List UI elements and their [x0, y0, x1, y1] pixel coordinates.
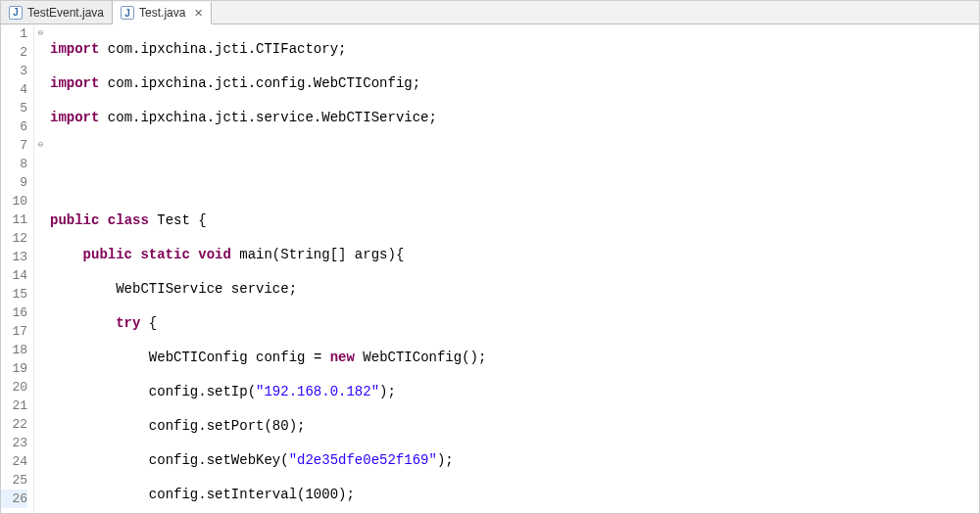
line-number-gutter: 1 2 3 4 5 6 7 8 9 10 11 12 13 14 15 16 1…	[1, 24, 34, 513]
fold-toggle-icon[interactable]: ⊖	[35, 136, 46, 155]
fold-toggle-icon[interactable]: ⊖	[35, 24, 46, 43]
tab-testevent[interactable]: J TestEvent.java	[1, 1, 113, 23]
tab-test[interactable]: J Test.java ✕	[113, 2, 212, 24]
code-area[interactable]: import com.ipxchina.jcti.CTIFactory; imp…	[48, 24, 979, 513]
tab-label: TestEvent.java	[27, 6, 104, 20]
close-icon[interactable]: ✕	[194, 7, 203, 20]
java-file-icon: J	[121, 6, 134, 20]
java-file-icon: J	[9, 6, 23, 20]
code-editor[interactable]: 1 2 3 4 5 6 7 8 9 10 11 12 13 14 15 16 1…	[1, 24, 979, 513]
tab-label: Test.java	[139, 6, 185, 20]
fold-marker-column: ⊖ ⊖	[34, 24, 48, 513]
editor-tabs: J TestEvent.java J Test.java ✕	[1, 1, 979, 24]
